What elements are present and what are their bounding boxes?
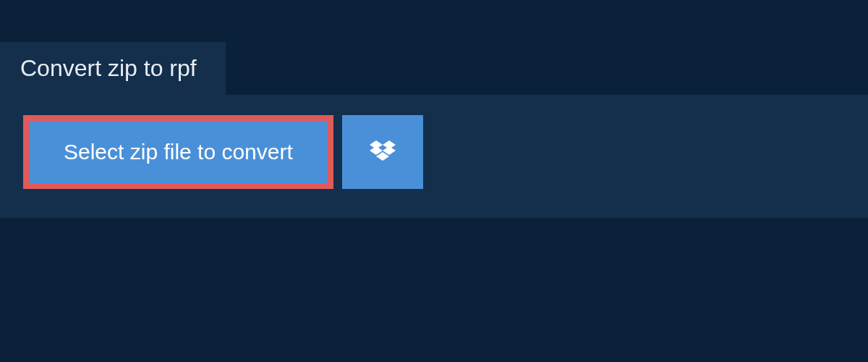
page-title: Convert zip to rpf bbox=[20, 55, 197, 82]
button-row: Select zip file to convert bbox=[23, 115, 845, 189]
tab-header: Convert zip to rpf bbox=[0, 42, 226, 95]
select-file-button[interactable]: Select zip file to convert bbox=[23, 115, 333, 189]
select-file-label: Select zip file to convert bbox=[64, 140, 293, 164]
main-panel: Select zip file to convert bbox=[0, 95, 868, 218]
dropbox-icon bbox=[370, 140, 396, 164]
dropbox-button[interactable] bbox=[342, 115, 423, 189]
